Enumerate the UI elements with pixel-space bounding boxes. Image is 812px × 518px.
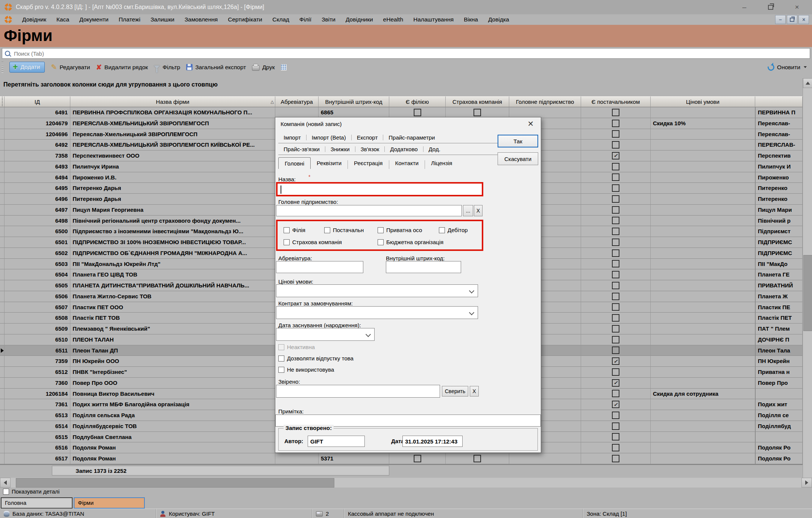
- contract-select[interactable]: [276, 306, 478, 319]
- table-row[interactable]: 6517Подоляк Роман5371Подоляк Ро: [0, 453, 803, 464]
- toolbar-drag-handle[interactable]: [2, 62, 3, 73]
- supplier-checkbox[interactable]: [612, 206, 619, 214]
- menu-platezhi[interactable]: Платежі: [118, 16, 140, 23]
- tab-registration[interactable]: Реєстрація: [348, 160, 389, 169]
- supplier-checkbox[interactable]: [612, 195, 619, 203]
- show-details-checkbox[interactable]: [3, 489, 9, 495]
- supplier-checkbox[interactable]: [612, 271, 619, 278]
- vertical-scrollbar[interactable]: [803, 78, 812, 488]
- table-row[interactable]: 6491ПЕРВИННА ПРОФСПІЛКОВА ОРГАНІЗАЦІЯ КО…: [0, 107, 803, 118]
- tab-additional[interactable]: Додатково: [385, 146, 423, 152]
- add-button[interactable]: +Додати: [9, 62, 45, 73]
- tab-price-links[interactable]: Прайс-зв'язки: [278, 146, 325, 152]
- verify-button[interactable]: Сверить: [442, 386, 468, 396]
- barcode-input[interactable]: [386, 261, 461, 273]
- supplier-checkbox[interactable]: [612, 260, 619, 267]
- date-input[interactable]: [402, 436, 463, 447]
- col-parent[interactable]: Головне підприємство: [509, 96, 581, 107]
- tab-license[interactable]: Ліцензія: [425, 160, 458, 169]
- refresh-dropdown-icon[interactable]: [804, 66, 807, 68]
- menu-dovidnyk[interactable]: Довідник: [22, 16, 46, 23]
- tab-connection[interactable]: Зв'язок: [355, 146, 385, 152]
- founded-select[interactable]: [276, 328, 375, 341]
- tab-requisites[interactable]: Реквізити: [311, 160, 348, 169]
- supplier-checkbox[interactable]: [612, 303, 619, 311]
- scroll-right-button[interactable]: [801, 478, 812, 488]
- supplier-checkbox[interactable]: [612, 173, 619, 181]
- supplier-checkbox[interactable]: [612, 238, 619, 246]
- supplier-checkbox[interactable]: [612, 152, 619, 160]
- clear-parent-button[interactable]: X: [474, 205, 483, 216]
- bottom-tab-firms[interactable]: Фірми: [74, 497, 145, 509]
- bottom-tab-home[interactable]: Головна: [1, 497, 73, 509]
- supplier-checkbox[interactable]: [612, 228, 619, 235]
- branch-flag[interactable]: Філія: [284, 227, 321, 233]
- col-pinned-name[interactable]: [755, 96, 803, 107]
- name-input[interactable]: [276, 182, 483, 196]
- menu-sklad[interactable]: Склад: [272, 16, 289, 23]
- supplier-checkbox[interactable]: [612, 325, 619, 333]
- supplier-checkbox[interactable]: [612, 293, 619, 300]
- debtor-flag[interactable]: Дебітор: [439, 227, 478, 233]
- supplier-checkbox[interactable]: [612, 433, 619, 441]
- menu-zvity[interactable]: Звіти: [322, 16, 335, 23]
- supplier-checkbox[interactable]: [612, 455, 619, 462]
- supplier-checkbox[interactable]: [612, 249, 619, 257]
- supplier-checkbox[interactable]: [612, 422, 619, 430]
- menu-ehealth[interactable]: eHealth: [383, 16, 403, 23]
- supplier-checkbox[interactable]: [612, 412, 619, 419]
- supplier-checkbox[interactable]: [612, 109, 619, 116]
- supplier-checkbox[interactable]: [612, 217, 619, 224]
- author-input[interactable]: [308, 436, 365, 447]
- tab-main-active[interactable]: Головні: [278, 157, 311, 169]
- export-button[interactable]: Загальний експорт: [186, 64, 246, 71]
- supplier-checkbox[interactable]: [612, 130, 619, 138]
- horizontal-scrollbar[interactable]: [0, 478, 812, 488]
- tab-contacts[interactable]: Контакти: [389, 160, 425, 169]
- tab-price-params[interactable]: Прайс-параметри: [383, 135, 440, 140]
- mdi-close-icon[interactable]: ×: [798, 15, 809, 24]
- branch-checkbox[interactable]: [414, 109, 421, 116]
- clear-verified-button[interactable]: X: [470, 386, 479, 396]
- parent-company-input[interactable]: [276, 205, 462, 216]
- menu-filii[interactable]: Філії: [299, 16, 311, 23]
- menu-sertyfikaty[interactable]: Сертифікати: [228, 16, 262, 23]
- mdi-minimize-icon[interactable]: –: [775, 15, 786, 24]
- menu-zamovlennia[interactable]: Замовлення: [185, 16, 218, 23]
- budget-org-flag[interactable]: Бюджетна організація: [378, 239, 464, 245]
- supplier-checkbox[interactable]: [612, 379, 619, 387]
- supplier-checkbox[interactable]: [612, 120, 619, 127]
- supplier-checkbox[interactable]: [612, 184, 619, 192]
- col-supplier[interactable]: Є постачальником: [581, 96, 651, 107]
- columns-icon[interactable]: [281, 64, 287, 70]
- private-person-flag[interactable]: Приватна осо: [378, 227, 434, 233]
- col-branch[interactable]: Є філією: [389, 96, 446, 107]
- not-use-flag[interactable]: Не використовува: [278, 366, 354, 373]
- close-icon[interactable]: ×: [792, 3, 801, 12]
- allow-dispense-flag[interactable]: Дозволяти відпустку това: [278, 355, 365, 362]
- col-insurance[interactable]: Страхова компанія: [446, 96, 509, 107]
- insurance-flag[interactable]: Страхова компанія: [284, 239, 363, 245]
- cancel-button[interactable]: Скасувати: [498, 152, 538, 165]
- vertical-scroll-thumb[interactable]: [803, 255, 812, 331]
- dialog-close-icon[interactable]: ✕: [526, 119, 536, 128]
- insurance-checkbox[interactable]: [474, 455, 481, 462]
- supplier-checkbox[interactable]: [612, 282, 619, 289]
- menu-kasa[interactable]: Каса: [56, 16, 69, 23]
- supplier-checkbox[interactable]: [612, 336, 619, 343]
- ok-button[interactable]: Так: [498, 135, 538, 147]
- supplier-checkbox[interactable]: [612, 444, 619, 451]
- col-barcode[interactable]: Внутрішній штрих-код: [319, 96, 389, 107]
- menu-dovidka[interactable]: Довідка: [488, 16, 509, 23]
- edit-button[interactable]: ✎Редагувати: [51, 63, 90, 71]
- tab-add[interactable]: Дод.: [423, 146, 446, 152]
- abbr-input[interactable]: [276, 261, 363, 273]
- menu-dokumenty[interactable]: Документи: [79, 16, 108, 23]
- col-abbr[interactable]: Абревіатура: [275, 96, 319, 107]
- supplier-checkbox[interactable]: [612, 314, 619, 322]
- insurance-checkbox[interactable]: [474, 109, 481, 116]
- search-input[interactable]: [13, 50, 807, 57]
- restore-icon[interactable]: [766, 3, 775, 12]
- verified-input[interactable]: [276, 385, 440, 398]
- mdi-restore-icon[interactable]: [787, 15, 797, 24]
